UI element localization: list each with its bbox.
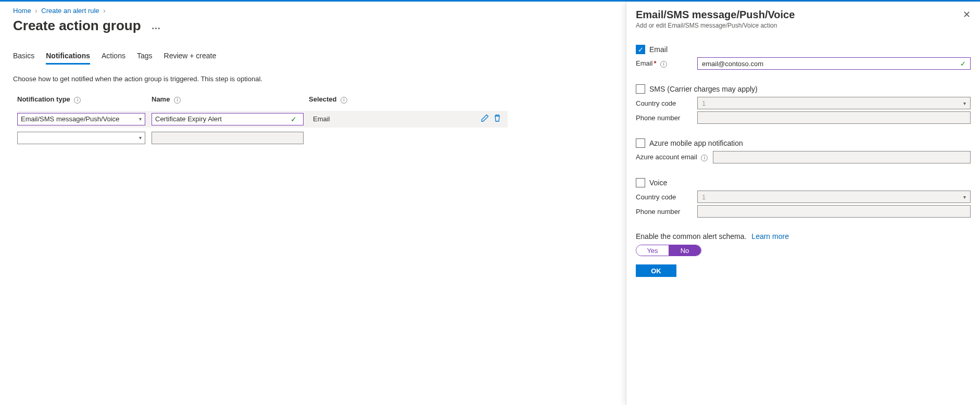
chevron-down-icon: ▾ <box>963 100 966 106</box>
sms-checkbox[interactable] <box>636 84 645 94</box>
notifications-table: Notification type i Name i Selected i Em… <box>17 95 508 148</box>
side-panel: Email/SMS message/Push/Voice Add or edit… <box>626 2 980 405</box>
trash-icon[interactable] <box>493 114 501 124</box>
sms-country-code-select[interactable]: 1 ▾ <box>697 97 971 109</box>
voice-country-code-label: Country code <box>636 193 693 201</box>
tab-notifications[interactable]: Notifications <box>46 48 90 65</box>
page-title: Create action group … <box>13 18 508 34</box>
push-section: Azure mobile app notification Azure acco… <box>636 138 971 163</box>
sms-section: SMS (Carrier charges may apply) Country … <box>636 84 971 124</box>
email-section: ✓ Email Email* i email@contoso.com ✓ <box>636 45 971 70</box>
check-icon: ✓ <box>291 115 300 123</box>
voice-country-code-select[interactable]: 1 ▾ <box>697 191 971 203</box>
email-checkbox-label: Email <box>649 45 668 54</box>
tabs-container: Basics Notifications Actions Tags Review… <box>13 48 508 65</box>
email-input[interactable]: email@contoso.com ✓ <box>697 57 971 70</box>
email-field-label: Email* i <box>636 59 693 68</box>
main-content: Home › Create an alert rule › Create act… <box>0 2 521 154</box>
table-header-row: Notification type i Name i Selected i <box>17 95 508 104</box>
selected-value: Email <box>309 115 330 123</box>
col-header-name: Name i <box>152 95 309 104</box>
voice-checkbox-label: Voice <box>649 179 667 187</box>
sms-phone-input[interactable] <box>697 111 971 124</box>
ok-button[interactable]: OK <box>636 264 676 277</box>
voice-phone-input[interactable] <box>697 205 971 218</box>
chevron-down-icon: ▾ <box>139 135 142 141</box>
sms-country-code-label: Country code <box>636 99 693 107</box>
tab-tags[interactable]: Tags <box>137 48 153 65</box>
page-title-text: Create action group <box>13 18 141 34</box>
push-checkbox-label: Azure mobile app notification <box>649 139 743 147</box>
close-icon[interactable]: ✕ <box>963 9 971 20</box>
more-actions-button[interactable]: … <box>148 20 164 32</box>
push-checkbox[interactable] <box>636 138 645 148</box>
push-email-label: Azure account email i <box>636 153 709 161</box>
info-icon[interactable]: i <box>341 97 347 104</box>
info-icon[interactable]: i <box>701 155 708 161</box>
sms-phone-label: Phone number <box>636 114 693 122</box>
toggle-yes[interactable]: Yes <box>636 245 669 256</box>
schema-toggle[interactable]: Yes No <box>636 245 701 256</box>
panel-subtitle: Add or edit Email/SMS message/Push/Voice… <box>636 22 795 29</box>
notification-name-input[interactable]: Certificate Expiry Alert ✓ <box>152 113 304 125</box>
push-email-input[interactable] <box>713 151 971 163</box>
instruction-text: Choose how to get notified when the acti… <box>13 75 508 83</box>
breadcrumb-home[interactable]: Home <box>13 7 31 15</box>
col-header-selected: Selected i <box>309 95 508 104</box>
learn-more-link[interactable]: Learn more <box>751 232 789 241</box>
chevron-down-icon: ▾ <box>963 194 966 200</box>
tab-review-create[interactable]: Review + create <box>164 48 217 65</box>
voice-phone-label: Phone number <box>636 208 693 216</box>
info-icon[interactable]: i <box>74 97 81 104</box>
email-checkbox[interactable]: ✓ <box>636 45 645 54</box>
panel-title: Email/SMS message/Push/Voice <box>636 9 795 21</box>
breadcrumb-create-alert[interactable]: Create an alert rule <box>41 7 99 15</box>
chevron-right-icon: › <box>103 7 105 15</box>
breadcrumb: Home › Create an alert rule › <box>13 7 508 15</box>
notification-type-select[interactable]: Email/SMS message/Push/Voice ▾ <box>17 113 145 125</box>
check-icon: ✓ <box>960 60 966 68</box>
table-row: ▾ <box>17 132 508 144</box>
tab-basics[interactable]: Basics <box>13 48 34 65</box>
voice-checkbox[interactable] <box>636 178 645 187</box>
schema-row: Enable the common alert schema. Learn mo… <box>636 232 971 241</box>
col-header-type: Notification type i <box>17 95 152 104</box>
chevron-right-icon: › <box>35 7 37 15</box>
info-icon[interactable]: i <box>660 61 667 68</box>
table-row: Email/SMS message/Push/Voice ▾ Certifica… <box>17 111 508 128</box>
sms-checkbox-label: SMS (Carrier charges may apply) <box>649 85 758 93</box>
toggle-no[interactable]: No <box>669 245 701 256</box>
info-icon[interactable]: i <box>174 97 181 104</box>
chevron-down-icon: ▾ <box>139 116 142 122</box>
tab-actions[interactable]: Actions <box>102 48 125 65</box>
edit-icon[interactable] <box>481 114 489 124</box>
voice-section: Voice Country code 1 ▾ Phone number <box>636 178 971 218</box>
notification-type-select-empty[interactable]: ▾ <box>17 132 145 144</box>
notification-name-input-empty[interactable] <box>152 132 304 144</box>
